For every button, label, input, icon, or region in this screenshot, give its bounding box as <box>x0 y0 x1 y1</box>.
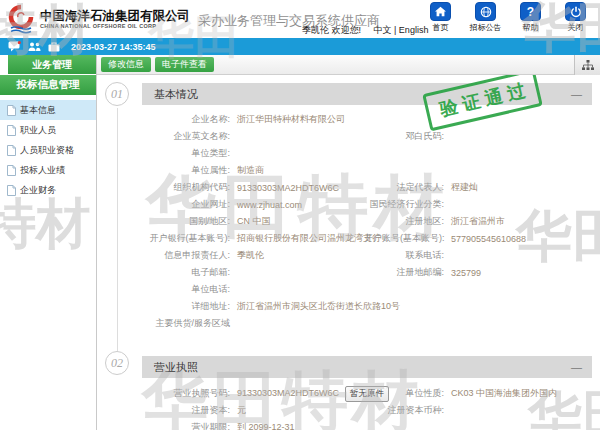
sidebar: 业务管理 投标信息管理 基本信息 职业人员 人员职业资格 投标人业绩 企业财务 <box>0 55 97 430</box>
nav-bid-announcement-button[interactable]: 招标公告 <box>463 2 508 33</box>
field-label: 注册地邮编: <box>364 266 444 279</box>
section-number-badge: 01 <box>105 82 129 106</box>
form-row: 企业英文名称:邓白氏码: <box>142 128 592 145</box>
datetime-text: 2023-03-27 14:35:45 <box>71 42 156 52</box>
sitemap-icon[interactable] <box>574 55 600 75</box>
field-label: 国别/地区: <box>142 215 230 228</box>
main-area: 业务管理 投标信息管理 基本信息 职业人员 人员职业资格 投标人业绩 企业财务 <box>0 55 600 430</box>
form-row: 国别/地区:CN 中国注册地区:浙江省温州市 <box>142 213 592 230</box>
electronic-file-view-button[interactable]: 电子件查看 <box>155 57 214 72</box>
doc-icon <box>7 185 16 196</box>
field-label: 联系电话: <box>364 249 444 262</box>
modify-info-button[interactable]: 修改信息 <box>101 57 151 72</box>
field-label: 开户银行(基本账号): <box>142 232 230 245</box>
field-label: 开户账号(基本账号): <box>364 232 444 245</box>
business-license-form: 营业执照号码: 91330303MA2HDT6W6C暂无原件 单位性质: CK0… <box>142 385 592 430</box>
sidebar-item-label: 投标人业绩 <box>20 164 65 177</box>
field-label: 营业执照号码: <box>142 387 230 400</box>
field-value: 浙江华田特种材料有限公司 <box>230 113 364 126</box>
field-label: 单位属性: <box>142 164 230 177</box>
field-value: 91330303MA2HDT6W6C <box>230 183 364 193</box>
users-icon[interactable] <box>28 42 41 52</box>
section-number-badge: 02 <box>105 351 129 375</box>
field-label: 法定代表人: <box>364 181 444 194</box>
field-value: 浙江省温州市 <box>444 215 592 228</box>
field-value: 元 <box>230 404 364 417</box>
form-row: 注册资本:元注册资本币种: <box>142 402 592 419</box>
sidebar-item-enterprise-finance[interactable]: 企业财务 <box>0 180 96 200</box>
field-label: 单位性质: <box>364 387 444 400</box>
sidebar-item-label: 企业财务 <box>20 184 56 197</box>
field-label: 营业期限: <box>142 421 230 430</box>
doc-icon <box>7 125 16 136</box>
form-row: 企业名称:浙江华田特种材料有限公司 <box>142 111 592 128</box>
status-bar: 2023-03-27 14:35:45 <box>0 38 600 55</box>
company-logo-text: 中国海洋石油集团有限公司 CHINA NATIONAL OFFSHORE OIL… <box>40 10 190 29</box>
help-icon: ? <box>520 2 541 21</box>
top-header: 中国海洋石油集团有限公司 CHINA NATIONAL OFFSHORE OIL… <box>0 0 600 38</box>
sidebar-item-label: 基本信息 <box>20 104 56 117</box>
field-label: 单位电话: <box>142 283 230 296</box>
section-header-business-license: 营业执照 — <box>142 356 592 378</box>
field-value: CK03 中国海油集团外国内 <box>444 387 592 400</box>
field-label: 主要供货/服务区域 <box>142 317 230 330</box>
sidebar-item-bidder-performance[interactable]: 投标人业绩 <box>0 160 96 180</box>
form-row: 营业期限:到 2099-12-31 <box>142 419 592 430</box>
field-label: 详细地址: <box>142 300 230 313</box>
field-label: 注册资本: <box>142 404 230 417</box>
form-row: 开户银行(基本账号):招商银行股份有限公司温州龙湾支行开户账号(基本账号):57… <box>142 230 592 247</box>
briefcase-icon[interactable] <box>48 42 60 52</box>
sidebar-group-business-mgmt[interactable]: 业务管理 <box>8 55 96 74</box>
field-value: 浙江省温州市洞头区北岙街道长欣路10号 <box>230 300 364 313</box>
nav-bid-announcement-label: 招标公告 <box>463 22 508 33</box>
nav-home-label: 首页 <box>418 22 463 33</box>
timeline-line <box>117 108 118 355</box>
field-value: 325799 <box>444 268 592 278</box>
power-icon <box>565 2 586 21</box>
company-name-en: CHINA NATIONAL OFFSHORE OIL CORP <box>40 23 190 29</box>
message-icon[interactable] <box>8 41 21 52</box>
field-label: 电子邮箱: <box>142 266 230 279</box>
sidebar-item-label: 职业人员 <box>20 124 56 137</box>
field-value: 91330303MA2HDT6W6C暂无原件 <box>230 386 364 402</box>
form-row: 详细地址:浙江省温州市洞头区北岙街道长欣路10号 <box>142 298 592 315</box>
sidebar-menu: 基本信息 职业人员 人员职业资格 投标人业绩 企业财务 <box>0 100 96 200</box>
welcome-text: 季凯伦 欢迎您! <box>302 25 361 35</box>
field-label: 企业英文名称: <box>142 130 230 143</box>
doc-icon <box>7 165 16 176</box>
nav-help-button[interactable]: ? 帮助 <box>508 2 553 33</box>
sidebar-item-basic-info[interactable]: 基本信息 <box>0 100 96 120</box>
field-label: 组织机构代码: <box>142 181 230 194</box>
field-value: 577905545610688 <box>444 234 592 244</box>
form-scroll-area: 01 02 验证通过 基本情况 — 企业名称:浙江华田特种材料有限公司 企业英文… <box>97 75 600 430</box>
form-row: 单位类型: <box>142 145 592 162</box>
field-value: www.zjhuat.com <box>230 200 364 210</box>
nav-home-button[interactable]: 首页 <box>418 2 463 33</box>
field-label: 信息申报责任人: <box>142 249 230 262</box>
form-row: 主要供货/服务区域 <box>142 315 592 332</box>
cnooc-logo-icon <box>6 4 36 34</box>
collapse-icon[interactable]: — <box>571 356 582 378</box>
nav-close-button[interactable]: 关闭 <box>553 2 598 33</box>
user-bar: 季凯伦 欢迎您! 中文 | English <box>302 24 428 37</box>
field-label: 企业名称: <box>142 113 230 126</box>
doc-icon <box>7 105 16 116</box>
field-label: 注册地区: <box>364 215 444 228</box>
form-row: 组织机构代码:91330303MA2HDT6W6C法定代表人:程建灿 <box>142 179 592 196</box>
field-value: 到 2099-12-31 <box>230 421 364 430</box>
nav-help-label: 帮助 <box>508 22 553 33</box>
field-value: 制造商 <box>230 164 364 177</box>
sidebar-group-bid-info-mgmt[interactable]: 投标信息管理 <box>0 75 96 95</box>
section-title: 营业执照 <box>154 361 198 373</box>
form-row: 营业执照号码: 91330303MA2HDT6W6C暂无原件 单位性质: CK0… <box>142 385 592 402</box>
doc-icon <box>7 145 16 156</box>
field-value: 程建灿 <box>444 181 592 194</box>
sidebar-item-staff-qualifications[interactable]: 人员职业资格 <box>0 140 96 160</box>
field-label: 邓白氏码: <box>364 130 444 143</box>
form-row: 信息申报责任人:季凯伦联系电话: <box>142 247 592 264</box>
sidebar-item-occupational-staff[interactable]: 职业人员 <box>0 120 96 140</box>
form-row: 单位属性:制造商 <box>142 162 592 179</box>
form-row: 企业网址:www.zjhuat.com国民经济行业分类: <box>142 196 592 213</box>
collapse-icon[interactable]: — <box>571 83 582 105</box>
content-toolbar: 修改信息 电子件查看 <box>97 55 600 75</box>
